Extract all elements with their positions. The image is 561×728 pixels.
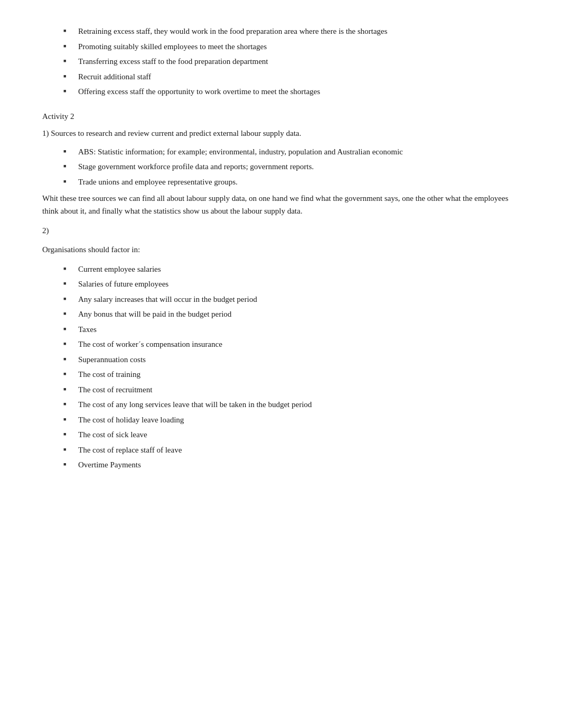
bullet-item-text: The cost of recruitment: [78, 384, 519, 396]
list-item: ■Overtime Payments: [63, 459, 519, 471]
list-item: ■Salaries of future employees: [63, 278, 519, 290]
bullet-list-3: ■Current employee salaries■Salaries of f…: [63, 263, 519, 471]
bullet-icon: ■: [63, 461, 73, 468]
list-item: ■Trade unions and employee representativ…: [63, 176, 519, 188]
list-item: ■Stage government workforce profile data…: [63, 161, 519, 173]
list-item: ■Recruit additional staff: [63, 71, 519, 83]
list-item: ■Offering excess staff the opportunity t…: [63, 86, 519, 98]
bullet-icon: ■: [63, 58, 73, 65]
bullet-item-text: Taxes: [78, 324, 519, 336]
list-item: ■ABS: Statistic information; for example…: [63, 146, 519, 158]
bullet-item-text: Promoting suitably skilled employees to …: [78, 41, 519, 53]
bullet-icon: ■: [63, 178, 73, 186]
bullet-item-text: Trade unions and employee representative…: [78, 176, 519, 188]
bullet-list-section-1: ■Retraining excess staff, they would wor…: [42, 25, 519, 98]
bullet-item-text: Salaries of future employees: [78, 278, 519, 290]
bullet-list-1: ■Retraining excess staff, they would wor…: [63, 25, 519, 98]
bullet-icon: ■: [63, 310, 73, 318]
bullet-item-text: Superannuation costs: [78, 354, 519, 366]
bullet-item-text: Any bonus that will be paid in the budge…: [78, 308, 519, 320]
list-item: ■The cost of replace staff of leave: [63, 444, 519, 456]
bullet-item-text: Offering excess staff the opportunity to…: [78, 86, 519, 98]
list-item: ■The cost of worker´s compensation insur…: [63, 338, 519, 351]
bullet-item-text: The cost of worker´s compensation insura…: [78, 338, 519, 351]
bullet-icon: ■: [63, 73, 73, 80]
bullet-item-text: Stage government workforce profile data …: [78, 161, 519, 173]
bullet-icon: ■: [63, 88, 73, 95]
bullet-icon: ■: [63, 431, 73, 438]
list-item: ■Promoting suitably skilled employees to…: [63, 41, 519, 53]
bullet-icon: ■: [63, 27, 73, 35]
bullet-item-text: The cost of training: [78, 368, 519, 381]
bullet-icon: ■: [63, 148, 73, 155]
bullet-icon: ■: [63, 326, 73, 333]
activity2-heading: Activity 2: [42, 110, 519, 123]
bullet-item-text: ABS: Statistic information; for example;…: [78, 146, 519, 158]
bullet-item-text: Recruit additional staff: [78, 71, 519, 83]
list-item: ■The cost of any long services leave tha…: [63, 399, 519, 411]
bullet-item-text: The cost of any long services leave that…: [78, 399, 519, 411]
numbered-item-2: 2): [42, 225, 519, 237]
bullet-item-text: Any salary increases that will occur in …: [78, 293, 519, 306]
list-item: ■Any salary increases that will occur in…: [63, 293, 519, 306]
list-item: ■The cost of sick leave: [63, 429, 519, 441]
bullet-icon: ■: [63, 401, 73, 408]
bullet-item-text: Current employee salaries: [78, 263, 519, 275]
bullet-icon: ■: [63, 43, 73, 50]
bullet-icon: ■: [63, 340, 73, 348]
bullet-item-text: Transferring excess staff to the food pr…: [78, 56, 519, 68]
list-item: ■Retraining excess staff, they would wor…: [63, 25, 519, 38]
paragraph-1: Whit these tree sources we can find all …: [42, 192, 519, 217]
bullet-icon: ■: [63, 416, 73, 423]
bullet-item-text: Overtime Payments: [78, 459, 519, 471]
list-item: ■Any bonus that will be paid in the budg…: [63, 308, 519, 320]
list-item: ■The cost of recruitment: [63, 384, 519, 396]
list-item: ■The cost of training: [63, 368, 519, 381]
bullet-item-text: The cost of sick leave: [78, 429, 519, 441]
bullet-icon: ■: [63, 386, 73, 393]
list-item: ■Superannuation costs: [63, 354, 519, 366]
bullet-icon: ■: [63, 296, 73, 303]
numbered-item-1: 1) Sources to research and review curren…: [42, 127, 519, 140]
bullet-item-text: The cost of holiday leave loading: [78, 414, 519, 426]
bullet-list-2: ■ABS: Statistic information; for example…: [63, 146, 519, 188]
bullet-item-text: Retraining excess staff, they would work…: [78, 25, 519, 38]
bullet-icon: ■: [63, 280, 73, 288]
bullet-icon: ■: [63, 446, 73, 454]
bullet-icon: ■: [63, 356, 73, 363]
list-item: ■The cost of holiday leave loading: [63, 414, 519, 426]
list-item: ■Transferring excess staff to the food p…: [63, 56, 519, 68]
bullet-icon: ■: [63, 163, 73, 170]
bullet-item-text: The cost of replace staff of leave: [78, 444, 519, 456]
bullet-icon: ■: [63, 371, 73, 378]
bullet-icon: ■: [63, 265, 73, 273]
paragraph-2: Organisations should factor in:: [42, 243, 519, 256]
list-item: ■Current employee salaries: [63, 263, 519, 275]
activity2-section: Activity 2 1) Sources to research and re…: [42, 110, 519, 471]
list-item: ■Taxes: [63, 324, 519, 336]
